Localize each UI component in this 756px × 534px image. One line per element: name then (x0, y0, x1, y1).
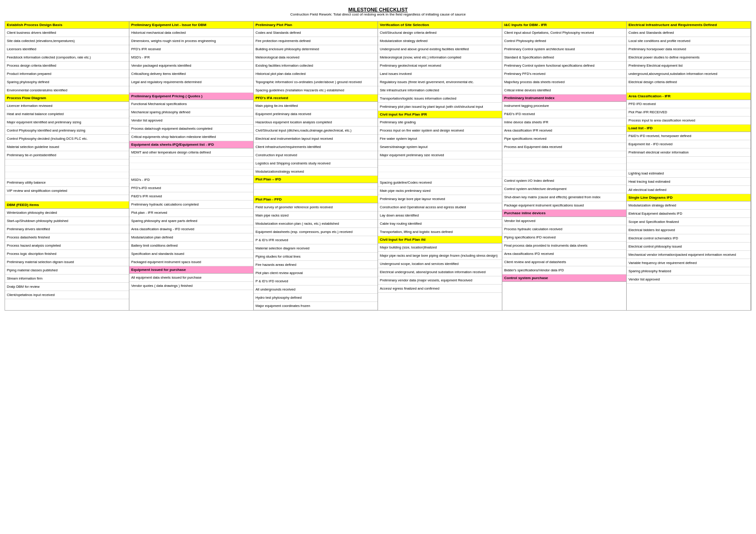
item-0-6-0: Winterization philosophy decided (5, 209, 129, 217)
item-1-4-2: P&ID's IFR received (129, 192, 253, 201)
section-header-3-2: Civil input for Plot Plan IFR (378, 111, 502, 118)
item-1-1-4: Critical equipments shop fabrication mil… (129, 133, 253, 141)
item-3-1-0: Transportation/logistic issues informati… (378, 95, 502, 103)
item-2-2-0: Main piping tie-ins identified (254, 102, 378, 110)
item-1-4-9: Specification and standards issued (129, 250, 253, 258)
item-2-5-8: Plot plan client review approval (254, 269, 378, 277)
column-4: I&C Inputs for DBM - IFRClient input abo… (502, 21, 627, 310)
item-3-0-6: Regulatory issues (three level governmen… (378, 78, 502, 86)
column-3: Verification of Site SelectionCivil/Stru… (378, 21, 502, 310)
item-1-1-0: Functional Mechanical specifications (129, 100, 253, 108)
item-4-0-2: Preliminary Control system architecture … (502, 45, 626, 53)
item-5-0-1: Local site conditions and profile receiv… (627, 37, 751, 45)
item-5-4-1 (627, 163, 751, 169)
item-0-4-0: Preliminary utility balance (5, 179, 129, 187)
item-0-3-1 (5, 166, 129, 172)
item-0-0-6: Sparing phylosophy defined (5, 78, 129, 86)
section-header-3-5: Civil Input for Plot Plan ifd (378, 236, 502, 243)
item-4-1-5: Process and Equipment data received (502, 143, 626, 151)
item-1-0-5: Critical/long delivery items identified (129, 70, 253, 78)
item-5-2-0: PFD IFD received (627, 100, 751, 108)
item-0-6-8: Stream information firm (5, 275, 129, 283)
item-2-5-4: P & ID's IFR received (254, 236, 378, 244)
item-5-4-0 (627, 157, 751, 163)
item-2-2-1: Equipment preliminary data received (254, 110, 378, 118)
item-1-4-6: Area classification drawing - IFD receiv… (129, 225, 253, 233)
section-header-4-5: Control system purchase (502, 275, 626, 282)
item-4-3-2: Shut-down key matrix (cause and effects)… (502, 193, 626, 201)
item-5-2-1: Plot Plan IFR RECEIVED (627, 108, 751, 116)
item-3-4-6: Transportation, lifting and logistic iss… (378, 228, 502, 236)
column-1: Preliminary Equipment List - Issue for D… (129, 21, 254, 310)
item-3-0-2: Underground and above ground existing fa… (378, 45, 502, 53)
item-1-5-0: All equipment data sheets issued for pur… (129, 274, 253, 282)
item-2-5-0: Field survey of geometer reference point… (254, 203, 378, 211)
item-2-2-3: Civil/Structural input (ditches,roads,dr… (254, 127, 378, 135)
item-0-3-2 (5, 172, 129, 179)
section-header-5-3: Load list - IFD (627, 125, 751, 132)
item-1-0-1: Dimensions, weighs rough sized in proces… (129, 37, 253, 45)
item-3-5-4: Preliminary vendor data (major vessels, … (378, 276, 502, 285)
item-2-5-2: Modularization execution plan ( racks, e… (254, 220, 378, 228)
item-3-4-2: Preliminary large bore pipe layour recei… (378, 195, 502, 203)
item-0-3-0 (5, 159, 129, 166)
item-2-2-5: Client infrastructure/requirements ident… (254, 143, 378, 151)
item-2-2-7: Logistics and Shipping constraints study… (254, 159, 378, 168)
item-2-0-7: Spacing guidelines (Installation Hazzard… (254, 86, 378, 95)
item-2-5-12: Major equipment coordinates frozen (254, 302, 378, 310)
item-2-0-4: Existing facilities information collecte… (254, 62, 378, 70)
item-4-4-3: Final process data provided to instrumen… (502, 242, 626, 250)
section-header-4-0: I&C Inputs for DBM - IFR (502, 21, 626, 29)
item-5-1-0 (627, 86, 751, 93)
item-5-6-1: Eletrical Equipment datasheets IFD (627, 210, 751, 218)
item-3-3-2 (378, 172, 502, 179)
item-4-2-1 (502, 158, 626, 164)
item-5-0-0: Codes and Standards defined (627, 29, 751, 37)
item-0-0-0: Client business drivers identified (5, 29, 129, 37)
main-grid: Establish Process Design BasisClient bus… (5, 21, 751, 311)
item-0-6-9: Dratp DBM for review (5, 283, 129, 291)
item-1-3-1 (129, 163, 253, 169)
item-3-0-4: Preliminary geotechnical report received (378, 62, 502, 70)
item-4-3-1: Control system architecture development (502, 185, 626, 193)
item-2-2-8: Modularizationstrategy received (254, 168, 378, 176)
item-1-3-2 (129, 169, 253, 176)
item-5-0-2: Preliminary horsepower data received (627, 45, 751, 53)
item-2-0-1: Fire protection requirements defined (254, 37, 378, 45)
item-3-0-7: Site infrastructure information collecte… (378, 86, 502, 95)
item-5-6-8: Sparing philosophy finalized (627, 267, 751, 275)
item-4-4-4: Area classifications IFD received (502, 250, 626, 258)
section-header-0-6: DBM (FEED) items (5, 201, 129, 209)
section-header-5-6: Single Line Diagrams IFD (627, 194, 751, 201)
item-0-6-2: Preliminary drivers identified (5, 225, 129, 233)
item-2-2-2: Hazardous equipment location analysis co… (254, 118, 378, 127)
item-3-5-3: Electrical underground, abone/ground sub… (378, 268, 502, 276)
item-0-6-4: Process hazard analysis completed (5, 242, 129, 250)
item-3-2-1: Process input on fire water system and d… (378, 127, 502, 135)
item-4-4-0: Vendor list approved (502, 217, 626, 225)
item-1-4-7: Modularization plan defined (129, 233, 253, 242)
item-5-6-0: Modularization strategy defined (627, 201, 751, 210)
section-header-4-4: Purchase inline devices (502, 210, 626, 217)
item-0-0-4: Process design criteria identified (5, 62, 129, 70)
item-5-5-0: Lighting load estimated (627, 169, 751, 178)
item-1-4-1: PFD's-IFD received (129, 184, 253, 192)
item-1-5-1: Vendor quotes ( data drawings ) finished (129, 282, 253, 290)
item-2-4-0 (254, 183, 378, 190)
item-5-0-5: underground,aboveground,substation infor… (627, 70, 751, 78)
item-4-0-6: Major/key process data sheets received (502, 78, 626, 86)
item-1-1-2: Vendor list approved (129, 116, 253, 125)
section-header-5-0: Electrical Infrastructure and Requiremen… (627, 21, 751, 29)
item-3-5-1: Major pipe racks and large bore piping d… (378, 252, 502, 260)
item-0-6-1: Start-up/Shutdown philosophy published (5, 217, 129, 225)
item-0-6-5: Process logic discription finished (5, 250, 129, 258)
item-2-5-6: Piping studies for critical lines (254, 253, 378, 261)
item-4-2-3 (502, 170, 626, 177)
item-4-0-1: Control Phylosophy defined (502, 37, 626, 45)
item-5-6-7: Variable frequency drive requirement def… (627, 259, 751, 267)
item-3-5-2: Underground scope, location and services… (378, 260, 502, 268)
item-0-5-0 (5, 195, 129, 201)
item-2-5-11: Hydro test phylosophy defined (254, 294, 378, 302)
item-3-4-3: Construction and Operational access and … (378, 203, 502, 211)
item-1-0-3: MSD's - IFR (129, 53, 253, 62)
